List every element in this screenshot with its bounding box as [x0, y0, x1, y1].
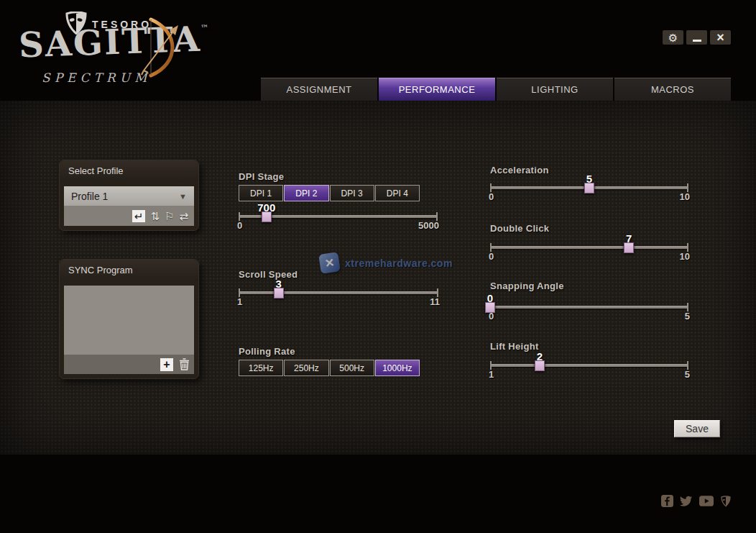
polling-1000hz-button[interactable]: 1000Hz: [375, 360, 420, 376]
brand-logo: TESORO SAGITTA™ SPECTRUM: [0, 0, 208, 97]
slider-max-label: 5: [685, 369, 690, 380]
slider-min-label: 1: [489, 369, 494, 380]
slider-min-label: 0: [489, 311, 494, 322]
polling-rate-label: Polling Rate: [239, 346, 295, 357]
tab-performance[interactable]: PERFORMANCE: [379, 78, 495, 101]
bow-arrow-icon: [141, 16, 185, 79]
minimize-button[interactable]: [686, 30, 707, 45]
chevron-down-icon: ▼: [179, 192, 187, 201]
dpi-slider[interactable]: 700 0 5000: [239, 204, 438, 235]
slider-max-label: 5000: [418, 220, 439, 231]
slider-min-label: 1: [237, 296, 242, 307]
select-profile-title: Select Profile: [60, 160, 198, 182]
snapping-angle-label: Snapping Angle: [490, 281, 564, 291]
flag-profile-icon[interactable]: ⚐: [165, 211, 174, 222]
brand-subtitle-text: SPECTRUM: [42, 70, 151, 85]
slider-thumb[interactable]: [274, 288, 284, 299]
add-program-button[interactable]: +: [160, 358, 173, 371]
sync-program-title: SYNC Program: [60, 260, 198, 281]
close-button[interactable]: ×: [710, 30, 731, 45]
polling-250hz-button[interactable]: 250Hz: [284, 360, 328, 376]
app-window: TESORO SAGITTA™ SPECTRUM ⚙ ×: [0, 0, 756, 533]
sync-profile-icon[interactable]: ⇅: [150, 211, 160, 222]
slider-track[interactable]: [490, 246, 688, 249]
polling-500hz-button[interactable]: 500Hz: [330, 360, 374, 376]
tab-bar: ASSIGNMENT PERFORMANCE LIGHTING MACROS: [261, 78, 731, 101]
select-profile-panel: Select Profile Profile 1 ▼ ↵ ⇅ ⚐ ⇄: [59, 160, 199, 231]
twitter-icon[interactable]: [680, 496, 693, 507]
slider-max-label: 10: [680, 191, 690, 202]
dpi-stage-buttons: DPI 1 DPI 2 DPI 3 DPI 4: [239, 185, 420, 201]
settings-button[interactable]: ⚙: [663, 30, 683, 45]
window-controls: ⚙ ×: [663, 30, 731, 45]
snapping-angle-slider[interactable]: 0 0 5: [490, 294, 688, 326]
scroll-speed-slider[interactable]: 3 1 11: [239, 280, 438, 311]
gear-icon: ⚙: [668, 32, 678, 43]
tab-assignment[interactable]: ASSIGNMENT: [261, 78, 377, 101]
profile-action-bar: ↵ ⇅ ⚐ ⇄: [64, 206, 194, 226]
save-button[interactable]: Save: [674, 420, 720, 437]
tab-macros[interactable]: MACROS: [614, 78, 731, 101]
lift-height-label: Lift Height: [490, 341, 539, 352]
slider-min-label: 0: [237, 220, 242, 231]
profile-dropdown[interactable]: Profile 1 ▼: [64, 186, 194, 206]
slider-track[interactable]: [490, 364, 688, 367]
swap-profile-icon[interactable]: ⇄: [179, 211, 188, 222]
social-links: [661, 495, 732, 507]
slider-thumb[interactable]: [624, 242, 634, 253]
import-profile-icon[interactable]: ↵: [132, 210, 146, 222]
slider-track[interactable]: [490, 306, 688, 309]
sync-action-bar: +: [64, 355, 194, 374]
dpi-4-button[interactable]: DPI 4: [375, 185, 420, 201]
trademark-symbol: ™: [200, 23, 208, 32]
lift-height-slider[interactable]: 2 1 5: [490, 352, 688, 384]
slider-max-label: 10: [680, 251, 690, 262]
dpi-2-button[interactable]: DPI 2: [284, 185, 328, 201]
tab-lighting[interactable]: LIGHTING: [497, 78, 613, 101]
sync-program-list[interactable]: [64, 286, 194, 355]
tesoro-mask-icon[interactable]: [720, 496, 732, 507]
scroll-speed-label: Scroll Speed: [239, 269, 298, 280]
selected-profile-label: Profile 1: [71, 191, 108, 202]
polling-125hz-button[interactable]: 125Hz: [239, 360, 283, 376]
trash-icon[interactable]: [179, 358, 190, 370]
slider-track[interactable]: [239, 291, 438, 294]
slider-thumb[interactable]: [535, 360, 545, 371]
polling-rate-buttons: 125Hz 250Hz 500Hz 1000Hz: [239, 360, 420, 376]
sync-program-panel: SYNC Program +: [59, 259, 199, 379]
facebook-icon[interactable]: [661, 495, 673, 507]
slider-min-label: 0: [489, 191, 494, 202]
dpi-3-button[interactable]: DPI 3: [330, 185, 374, 201]
acceleration-slider[interactable]: 5 0 10: [490, 175, 688, 206]
dpi-1-button[interactable]: DPI 1: [239, 185, 283, 201]
slider-thumb[interactable]: [262, 211, 272, 222]
youtube-icon[interactable]: [699, 496, 714, 506]
minimize-icon: [693, 40, 701, 42]
acceleration-label: Acceleration: [490, 165, 549, 176]
double-click-slider[interactable]: 7 0 10: [490, 234, 688, 266]
slider-max-label: 5: [685, 311, 690, 322]
slider-thumb[interactable]: [584, 183, 594, 193]
close-icon: ×: [716, 31, 724, 44]
slider-max-label: 11: [430, 296, 440, 307]
double-click-label: Double Click: [490, 223, 549, 234]
slider-min-label: 0: [489, 251, 494, 262]
dpi-stage-label: DPI Stage: [239, 171, 284, 182]
